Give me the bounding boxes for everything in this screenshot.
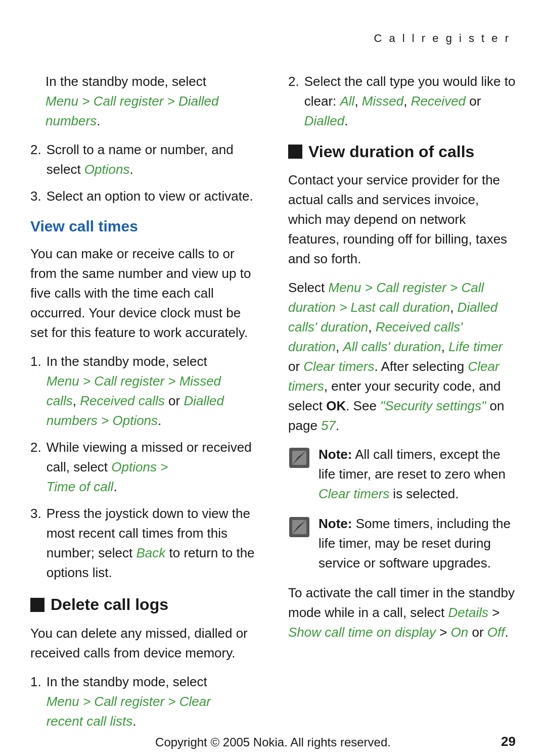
view-call-times-heading: View call times — [30, 215, 258, 238]
vct-step-1: 1. In the standby mode, select Menu > Ca… — [30, 352, 258, 431]
right-column: 2. Select the call type you would like t… — [288, 72, 516, 741]
view-duration-block-icon — [288, 145, 302, 159]
vct-step-2: 2. While viewing a missed or received ca… — [30, 438, 258, 497]
intro-paragraph: In the standby mode, select Menu > Call … — [30, 72, 258, 131]
vct-step3-link: Back — [136, 545, 165, 560]
clear-all-link: All — [340, 93, 355, 109]
clear-received-link: Received — [411, 93, 466, 109]
intro-step-3: 3. Select an option to view or activate. — [30, 186, 258, 206]
view-duration-body3: To activate the call timer in the standb… — [288, 583, 516, 642]
note-box-2: Note: Some timers, including the life ti… — [288, 514, 516, 573]
vd-link4: All calls' duration — [343, 339, 441, 354]
footer: Copyright © 2005 Nokia. All rights reser… — [0, 734, 546, 751]
vd-page-num: 57 — [321, 418, 336, 433]
vct-step1-link2: Received calls — [80, 393, 165, 408]
page-header: C a l l r e g i s t e r — [30, 30, 516, 46]
vct-step2-link: Options >Time of call — [47, 459, 168, 494]
vd-show-call-time-link: Show call time on display — [288, 625, 436, 640]
vd-off-link: Off — [487, 625, 505, 640]
note-text-1: Note: All call timers, except the life t… — [318, 445, 516, 504]
delete-call-logs-steps: 1. In the standby mode, select Menu > Ca… — [30, 672, 258, 731]
options-link: Options — [84, 162, 130, 177]
view-duration-heading-block: View duration of calls — [288, 140, 516, 163]
vct-step-3: 3. Press the joystick down to view the m… — [30, 504, 258, 583]
vd-on-link: On — [451, 625, 469, 640]
vd-link8: "Security settings" — [380, 398, 486, 413]
intro-text1: In the standby mode, select — [46, 74, 206, 89]
footer-copyright: Copyright © 2005 Nokia. All rights reser… — [155, 734, 391, 751]
view-duration-section: View duration of calls Contact your serv… — [288, 140, 516, 642]
clear-dialled-link: Dialled — [304, 113, 345, 128]
dcl-step-1: 1. In the standby mode, select Menu > Ca… — [30, 672, 258, 731]
note-icon-1 — [288, 447, 310, 469]
delete-call-logs-section: Delete call logs You can delete any miss… — [30, 593, 258, 731]
view-call-times-body: You can make or receive calls to or from… — [30, 244, 258, 343]
delete-call-logs-body: You can delete any missed, dialled or re… — [30, 624, 258, 663]
page: C a l l r e g i s t e r In the standby m… — [0, 0, 546, 756]
intro-steps: 2. Scroll to a name or number, and selec… — [30, 140, 258, 206]
view-duration-heading: View duration of calls — [308, 140, 474, 163]
vd-link1: Menu > Call register > Call duration > L… — [288, 280, 484, 315]
note-text-2: Note: Some timers, including the life ti… — [318, 514, 516, 573]
vd-details-link: Details — [448, 605, 488, 620]
note1-link: Clear timers — [318, 486, 389, 501]
delete-block-icon — [30, 598, 44, 612]
delete-call-logs-heading: Delete call logs — [51, 593, 168, 616]
clear-missed-link: Missed — [362, 93, 403, 109]
header-title: C a l l r e g i s t e r — [374, 32, 511, 44]
view-duration-body1: Contact your service provider for the ac… — [288, 170, 516, 269]
vd-link6: Clear timers — [303, 359, 374, 374]
note-icon-2 — [288, 516, 310, 538]
intro-link1: Menu > Call register > Diallednumbers — [46, 93, 219, 128]
intro-text1-end: . — [97, 113, 100, 128]
dcl-step1-link: Menu > Call register > Clearrecent call … — [47, 694, 211, 729]
delete-step-2: 2. Select the call type you would like t… — [288, 72, 516, 131]
note-box-1: Note: All call timers, except the life t… — [288, 445, 516, 504]
footer-page-number: 29 — [501, 732, 516, 751]
view-call-times-steps: 1. In the standby mode, select Menu > Ca… — [30, 352, 258, 583]
left-column: In the standby mode, select Menu > Call … — [30, 72, 258, 741]
view-call-times-section: View call times You can make or receive … — [30, 215, 258, 583]
view-duration-body2: Select Menu > Call register > Call durat… — [288, 278, 516, 436]
delete-call-logs-heading-block: Delete call logs — [30, 593, 258, 616]
intro-step-2: 2. Scroll to a name or number, and selec… — [30, 140, 258, 179]
vd-link5: Life timer — [448, 339, 503, 354]
two-column-layout: In the standby mode, select Menu > Call … — [30, 72, 516, 741]
delete-step2-list: 2. Select the call type you would like t… — [288, 72, 516, 131]
intro-step3-text: Select an option to view or activate. — [47, 186, 253, 206]
